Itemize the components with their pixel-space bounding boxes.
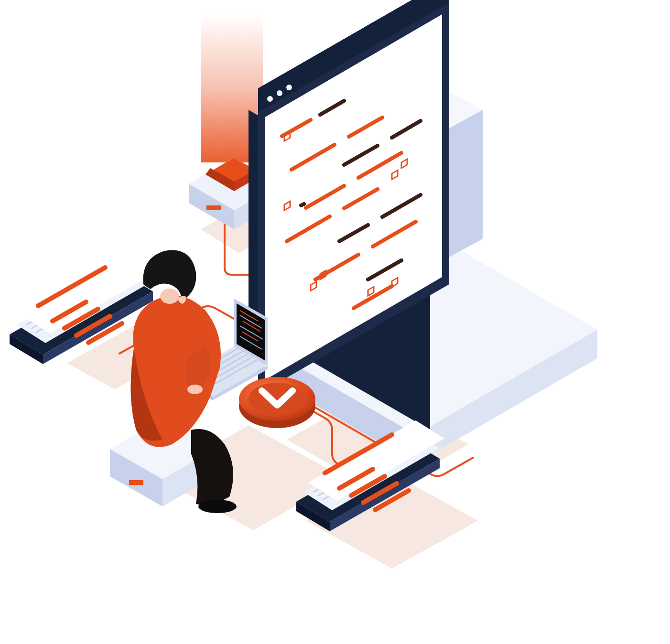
svg-point-33 bbox=[286, 85, 292, 90]
svg-point-92 bbox=[249, 383, 306, 415]
svg-point-31 bbox=[267, 96, 273, 102]
svg-rect-13 bbox=[206, 205, 221, 210]
svg-line-48 bbox=[301, 204, 304, 205]
svg-point-109 bbox=[198, 500, 237, 513]
svg-point-32 bbox=[277, 90, 282, 96]
svg-rect-89 bbox=[129, 480, 143, 485]
isometric-illustration bbox=[0, 0, 670, 644]
svg-point-111 bbox=[160, 289, 179, 304]
svg-point-110 bbox=[187, 385, 203, 394]
check-button bbox=[239, 377, 315, 428]
